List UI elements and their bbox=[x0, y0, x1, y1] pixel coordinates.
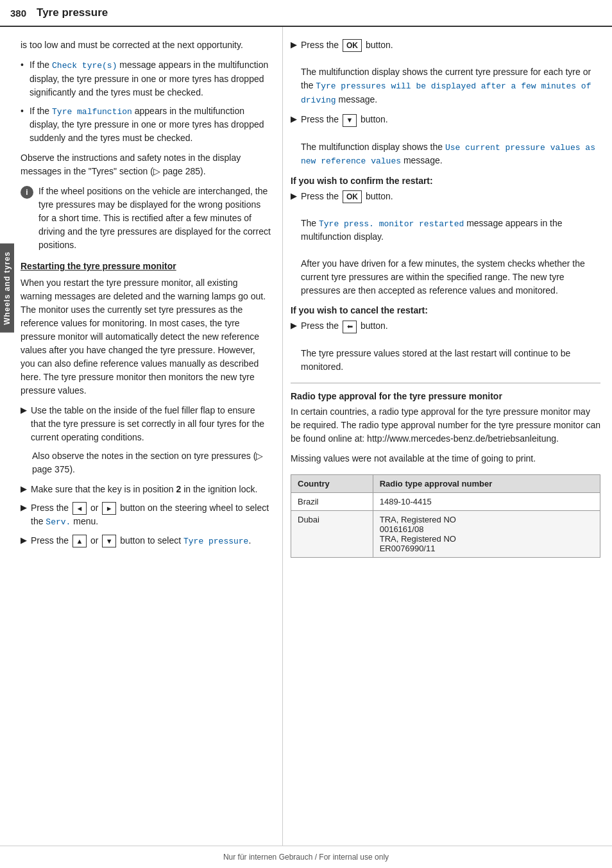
arrow-icon: ▶ bbox=[291, 40, 297, 49]
cancel-note: The tyre pressure values stored at the l… bbox=[301, 348, 570, 372]
tyre-pressure-code: Tyre pressure bbox=[183, 537, 248, 546]
bullet-list: If the Check tyre(s) message appears in … bbox=[21, 58, 271, 145]
tyre-malfunction-code: Tyre malfunction bbox=[52, 107, 132, 117]
table-row: Brazil 1489-10-4415 bbox=[291, 492, 600, 510]
list-item: If the Tyre malfunction appears in the m… bbox=[21, 104, 271, 146]
section-intro: When you restart the tyre pressure monit… bbox=[21, 276, 271, 397]
confirm-heading: If you wish to confirm the restart: bbox=[291, 176, 600, 186]
page-header: 380 Tyre pressure bbox=[0, 0, 612, 27]
table-header-country: Country bbox=[291, 474, 373, 492]
arrow-icon: ▶ bbox=[21, 405, 27, 415]
step-use-table: ▶ Use the table on the inside of the fue… bbox=[21, 404, 271, 444]
step-press-down: ▶ Press the ▼ button. The multifunction … bbox=[291, 113, 600, 167]
observe-text: Observe the instructions and safety note… bbox=[21, 151, 271, 178]
step-press-lr: ▶ Press the ◄ or ► button on the steerin… bbox=[21, 501, 271, 529]
country-dubai: Dubai bbox=[291, 510, 373, 557]
approval-dubai: TRA, Registered NO 0016161/08 TRA, Regis… bbox=[373, 510, 600, 557]
arrow-icon: ▶ bbox=[291, 114, 297, 124]
intro-text: is too low and must be corrected at the … bbox=[21, 38, 271, 52]
page-title: Tyre pressure bbox=[37, 6, 108, 19]
note-observe: Also observe the notes in the section on… bbox=[21, 449, 271, 476]
arrow-icon: ▶ bbox=[21, 535, 27, 545]
page-number: 380 bbox=[10, 8, 26, 19]
page-footer: Nur für internen Gebrauch / For internal… bbox=[0, 846, 612, 868]
step-use-table-text: Use the table on the inside of the fuel … bbox=[31, 404, 271, 444]
btn-down-r: ▼ bbox=[343, 114, 357, 127]
arrow-icon: ▶ bbox=[21, 503, 27, 512]
table-header-approval: Radio type approval number bbox=[373, 474, 600, 492]
table-row: Dubai TRA, Registered NO 0016161/08 TRA,… bbox=[291, 510, 600, 557]
page-container: 380 Tyre pressure Wheels and tyres is to… bbox=[0, 0, 612, 868]
monitor-restarted-code: Tyre press. monitor restarted bbox=[319, 219, 464, 229]
serv-code: Serv. bbox=[46, 517, 71, 527]
arrow-icon: ▶ bbox=[291, 191, 297, 201]
btn-back: ⬅ bbox=[343, 321, 357, 333]
info-box: i If the wheel positions on the vehicle … bbox=[21, 185, 271, 252]
section-heading-restart: Restarting the tyre pressure monitor bbox=[21, 261, 271, 271]
right-column: ▶ Press the OK button. The multifunction… bbox=[282, 27, 612, 846]
btn-ok-2: OK bbox=[343, 190, 362, 203]
footer-text: Nur für internen Gebrauch / For internal… bbox=[223, 853, 389, 862]
btn-left: ◄ bbox=[72, 502, 87, 515]
btn-up: ▲ bbox=[72, 535, 87, 547]
step-confirm-ok: ▶ Press the OK button. The Tyre press. m… bbox=[291, 190, 600, 298]
approval-table: Country Radio type approval number Brazi… bbox=[291, 474, 600, 558]
content-area: is too low and must be corrected at the … bbox=[0, 27, 612, 846]
confirm-extra-note: After you have driven for a few minutes,… bbox=[301, 258, 585, 296]
radio-heading: Radio type approval for the tyre pressur… bbox=[291, 391, 600, 401]
approval-brazil: 1489-10-4415 bbox=[373, 492, 600, 510]
divider bbox=[291, 383, 600, 383]
list-item: If the Check tyre(s) message appears in … bbox=[21, 58, 271, 99]
btn-right: ► bbox=[102, 502, 116, 515]
left-column: is too low and must be corrected at the … bbox=[0, 27, 282, 846]
btn-down: ▼ bbox=[102, 535, 116, 547]
step-press-ud: ▶ Press the ▲ or ▼ button to select Tyre… bbox=[21, 534, 271, 548]
btn-ok-1: OK bbox=[343, 39, 362, 52]
step-key-position: ▶ Make sure that the key is in position … bbox=[21, 483, 271, 496]
side-tab: Wheels and tyres bbox=[0, 244, 14, 333]
info-icon: i bbox=[21, 186, 33, 199]
arrow-icon: ▶ bbox=[21, 484, 27, 494]
info-box-text: If the wheel positions on the vehicle ar… bbox=[38, 185, 271, 252]
radio-text1: In certain countries, a radio type appro… bbox=[291, 405, 600, 446]
check-tyre-code: Check tyre(s) bbox=[52, 61, 117, 71]
radio-text2: Missing values were not available at the… bbox=[291, 452, 600, 465]
cancel-heading: If you wish to cancel the restart: bbox=[291, 305, 600, 315]
country-brazil: Brazil bbox=[291, 492, 373, 510]
arrow-icon: ▶ bbox=[291, 321, 297, 330]
step-press-ok-1: ▶ Press the OK button. The multifunction… bbox=[291, 38, 600, 106]
step-cancel: ▶ Press the ⬅ button. The tyre pressure … bbox=[291, 319, 600, 373]
